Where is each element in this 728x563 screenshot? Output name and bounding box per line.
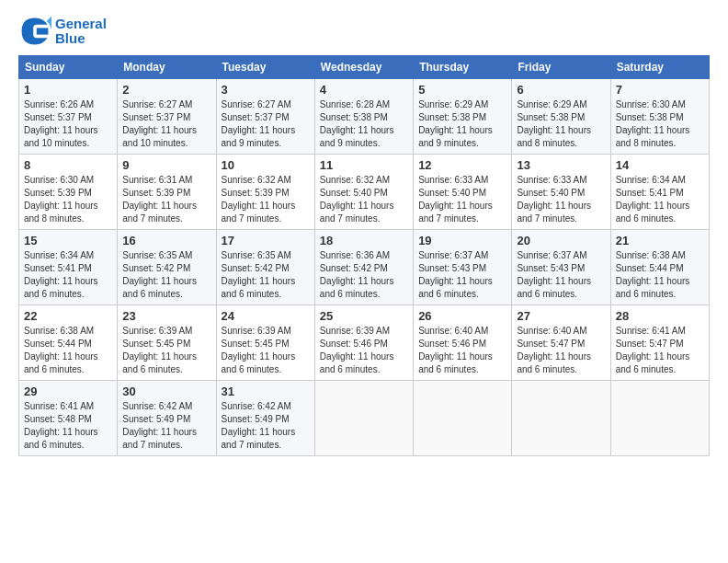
calendar-cell: 30 Sunrise: 6:42 AM Sunset: 5:49 PM Dayl… [118,381,216,456]
day-number: 6 [517,83,605,97]
calendar-cell: 2 Sunrise: 6:27 AM Sunset: 5:37 PM Dayli… [118,79,216,155]
calendar-cell: 13 Sunrise: 6:33 AM Sunset: 5:40 PM Dayl… [512,155,610,230]
calendar-cell: 26 Sunrise: 6:40 AM Sunset: 5:46 PM Dayl… [414,305,512,381]
day-number: 8 [24,158,112,172]
calendar-header-thursday: Thursday [414,56,512,79]
day-number: 31 [222,385,310,398]
calendar-cell: 16 Sunrise: 6:35 AM Sunset: 5:42 PM Dayl… [118,230,216,305]
day-number: 29 [24,385,112,398]
day-info: Sunrise: 6:33 AM Sunset: 5:40 PM Dayligh… [418,174,506,225]
day-number: 24 [222,309,310,323]
calendar-cell [414,381,512,456]
day-number: 9 [122,158,210,172]
day-info: Sunrise: 6:36 AM Sunset: 5:42 PM Dayligh… [320,249,408,301]
day-info: Sunrise: 6:35 AM Sunset: 5:42 PM Dayligh… [122,249,210,301]
day-number: 16 [122,234,210,247]
page: General Blue SundayMondayTuesdayWednesda… [0,0,728,465]
day-info: Sunrise: 6:33 AM Sunset: 5:40 PM Dayligh… [517,174,605,225]
calendar-cell: 10 Sunrise: 6:32 AM Sunset: 5:39 PM Dayl… [216,155,314,230]
day-number: 2 [122,83,210,97]
logo: General Blue [18,15,107,48]
day-number: 12 [418,158,506,172]
calendar-cell: 14 Sunrise: 6:34 AM Sunset: 5:41 PM Dayl… [610,155,709,230]
day-info: Sunrise: 6:26 AM Sunset: 5:37 PM Dayligh… [24,98,112,150]
calendar-week-3: 15 Sunrise: 6:34 AM Sunset: 5:41 PM Dayl… [19,230,710,305]
calendar-cell: 24 Sunrise: 6:39 AM Sunset: 5:45 PM Dayl… [216,305,314,381]
calendar-header-tuesday: Tuesday [216,56,314,79]
day-info: Sunrise: 6:34 AM Sunset: 5:41 PM Dayligh… [24,249,112,301]
day-number: 17 [222,234,310,247]
day-info: Sunrise: 6:38 AM Sunset: 5:44 PM Dayligh… [24,325,112,376]
calendar-cell [512,381,610,456]
day-number: 21 [616,234,704,247]
day-info: Sunrise: 6:32 AM Sunset: 5:39 PM Dayligh… [222,174,310,225]
day-info: Sunrise: 6:29 AM Sunset: 5:38 PM Dayligh… [517,98,605,150]
calendar-cell [610,381,709,456]
day-info: Sunrise: 6:41 AM Sunset: 5:48 PM Dayligh… [24,400,112,452]
day-info: Sunrise: 6:38 AM Sunset: 5:44 PM Dayligh… [616,249,704,301]
calendar-cell: 21 Sunrise: 6:38 AM Sunset: 5:44 PM Dayl… [610,230,709,305]
day-number: 18 [320,234,408,247]
calendar-cell: 27 Sunrise: 6:40 AM Sunset: 5:47 PM Dayl… [512,305,610,381]
calendar-cell: 22 Sunrise: 6:38 AM Sunset: 5:44 PM Dayl… [19,305,118,381]
day-number: 25 [320,309,408,323]
day-info: Sunrise: 6:39 AM Sunset: 5:46 PM Dayligh… [320,325,408,376]
calendar-week-2: 8 Sunrise: 6:30 AM Sunset: 5:39 PM Dayli… [19,155,710,230]
day-info: Sunrise: 6:40 AM Sunset: 5:47 PM Dayligh… [517,325,605,376]
calendar-cell: 31 Sunrise: 6:42 AM Sunset: 5:49 PM Dayl… [216,381,314,456]
day-number: 10 [222,158,310,172]
day-info: Sunrise: 6:29 AM Sunset: 5:38 PM Dayligh… [418,98,506,150]
day-number: 14 [616,158,704,172]
day-number: 19 [418,234,506,247]
day-info: Sunrise: 6:31 AM Sunset: 5:39 PM Dayligh… [122,174,210,225]
header: General Blue [18,15,710,48]
calendar-cell: 12 Sunrise: 6:33 AM Sunset: 5:40 PM Dayl… [414,155,512,230]
calendar-cell: 3 Sunrise: 6:27 AM Sunset: 5:37 PM Dayli… [216,79,314,155]
day-number: 7 [616,83,704,97]
day-info: Sunrise: 6:27 AM Sunset: 5:37 PM Dayligh… [222,98,310,150]
day-number: 11 [320,158,408,172]
calendar-cell: 29 Sunrise: 6:41 AM Sunset: 5:48 PM Dayl… [19,381,118,456]
calendar-cell: 6 Sunrise: 6:29 AM Sunset: 5:38 PM Dayli… [512,79,610,155]
calendar-cell: 20 Sunrise: 6:37 AM Sunset: 5:43 PM Dayl… [512,230,610,305]
day-number: 28 [616,309,704,323]
day-number: 27 [517,309,605,323]
day-info: Sunrise: 6:27 AM Sunset: 5:37 PM Dayligh… [122,98,210,150]
day-number: 5 [418,83,506,97]
calendar-cell: 1 Sunrise: 6:26 AM Sunset: 5:37 PM Dayli… [19,79,118,155]
calendar-cell: 18 Sunrise: 6:36 AM Sunset: 5:42 PM Dayl… [314,230,413,305]
day-info: Sunrise: 6:40 AM Sunset: 5:46 PM Dayligh… [418,325,506,376]
calendar-header-friday: Friday [512,56,610,79]
day-number: 1 [24,83,112,97]
logo-text: General Blue [55,17,107,47]
day-number: 4 [320,83,408,97]
calendar-week-4: 22 Sunrise: 6:38 AM Sunset: 5:44 PM Dayl… [19,305,710,381]
calendar-cell: 19 Sunrise: 6:37 AM Sunset: 5:43 PM Dayl… [414,230,512,305]
calendar-cell: 17 Sunrise: 6:35 AM Sunset: 5:42 PM Dayl… [216,230,314,305]
day-info: Sunrise: 6:34 AM Sunset: 5:41 PM Dayligh… [616,174,704,225]
calendar-cell: 7 Sunrise: 6:30 AM Sunset: 5:38 PM Dayli… [610,79,709,155]
calendar-cell: 15 Sunrise: 6:34 AM Sunset: 5:41 PM Dayl… [19,230,118,305]
day-number: 13 [517,158,605,172]
day-info: Sunrise: 6:39 AM Sunset: 5:45 PM Dayligh… [222,325,310,376]
calendar-header-wednesday: Wednesday [314,56,413,79]
day-info: Sunrise: 6:37 AM Sunset: 5:43 PM Dayligh… [517,249,605,301]
day-info: Sunrise: 6:32 AM Sunset: 5:40 PM Dayligh… [320,174,408,225]
day-info: Sunrise: 6:30 AM Sunset: 5:39 PM Dayligh… [24,174,112,225]
day-info: Sunrise: 6:42 AM Sunset: 5:49 PM Dayligh… [122,400,210,452]
calendar-cell: 4 Sunrise: 6:28 AM Sunset: 5:38 PM Dayli… [314,79,413,155]
calendar-header-row: SundayMondayTuesdayWednesdayThursdayFrid… [19,56,710,79]
day-number: 22 [24,309,112,323]
calendar-cell: 25 Sunrise: 6:39 AM Sunset: 5:46 PM Dayl… [314,305,413,381]
day-number: 23 [122,309,210,323]
day-number: 20 [517,234,605,247]
calendar-week-5: 29 Sunrise: 6:41 AM Sunset: 5:48 PM Dayl… [19,381,710,456]
day-number: 3 [222,83,310,97]
day-info: Sunrise: 6:41 AM Sunset: 5:47 PM Dayligh… [616,325,704,376]
day-info: Sunrise: 6:28 AM Sunset: 5:38 PM Dayligh… [320,98,408,150]
calendar-cell: 11 Sunrise: 6:32 AM Sunset: 5:40 PM Dayl… [314,155,413,230]
calendar-table: SundayMondayTuesdayWednesdayThursdayFrid… [18,55,710,456]
day-info: Sunrise: 6:35 AM Sunset: 5:42 PM Dayligh… [222,249,310,301]
day-info: Sunrise: 6:39 AM Sunset: 5:45 PM Dayligh… [122,325,210,376]
day-info: Sunrise: 6:37 AM Sunset: 5:43 PM Dayligh… [418,249,506,301]
